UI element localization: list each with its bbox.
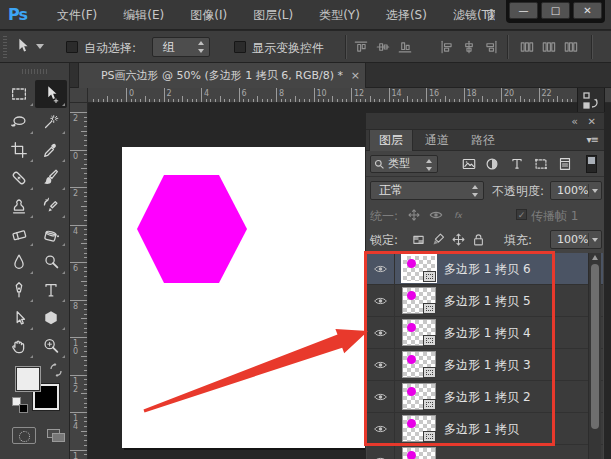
filter-kind-dropdown[interactable]: 类型 (370, 155, 438, 173)
default-colors-icon[interactable] (12, 397, 28, 413)
menu-item-select[interactable]: 选择(S) (373, 0, 440, 30)
menu-item-layer[interactable]: 图层(L) (240, 0, 306, 30)
filter-toggle-switch[interactable] (586, 155, 597, 173)
options-bar-grip[interactable] (3, 36, 7, 58)
unify-visibility-icon[interactable] (428, 207, 444, 223)
collapse-panel-icon[interactable]: « (571, 114, 578, 129)
document-close-icon[interactable]: × (351, 63, 360, 88)
menu-item-filter[interactable]: 滤镜(T) (440, 0, 507, 30)
layer-row[interactable]: 多边形 1 拷贝 2 (367, 381, 603, 413)
foreground-color-swatch[interactable] (15, 366, 41, 392)
layer-thumbnail[interactable] (402, 351, 436, 378)
menu-item-edit[interactable]: 编辑(E) (110, 0, 177, 30)
menu-item-image[interactable]: 图像(I) (177, 0, 240, 30)
tool-preset-caret-icon[interactable] (36, 44, 44, 49)
filter-shape-layers-icon[interactable] (532, 155, 550, 173)
hand-tool[interactable] (3, 332, 35, 360)
swap-colors-icon[interactable] (48, 362, 64, 378)
crop-tool[interactable] (3, 136, 35, 164)
auto-select-dropdown[interactable]: 组 (152, 37, 210, 57)
align-left-edges-icon[interactable] (438, 38, 456, 56)
close-panel-icon[interactable]: ✕ (588, 114, 596, 129)
unify-position-icon[interactable] (406, 207, 422, 223)
layer-row[interactable]: 多边形 1 拷贝 3 (367, 349, 603, 381)
layer-visibility-toggle[interactable] (367, 381, 395, 413)
layer-row[interactable]: 多边形 1 拷贝 4 (367, 317, 603, 349)
unify-style-icon[interactable]: fx (450, 207, 466, 223)
filter-type-layers-icon[interactable] (508, 155, 526, 173)
pen-tool[interactable] (3, 276, 35, 304)
scroll-up-icon[interactable] (592, 255, 598, 260)
align-bottom-edges-icon[interactable] (396, 38, 414, 56)
layer-thumbnail[interactable] (402, 415, 436, 442)
layer-thumbnail[interactable] (402, 447, 436, 459)
tab-paths[interactable]: 路径 (461, 130, 505, 151)
lasso-tool[interactable] (3, 108, 35, 136)
dodge-tool[interactable] (35, 248, 67, 276)
scrollbar-thumb[interactable] (591, 264, 599, 429)
tools-panel-grip[interactable] (22, 69, 48, 74)
panel-menu-icon[interactable]: ▾≡ (587, 134, 598, 145)
layer-thumbnail[interactable] (402, 319, 436, 346)
filter-adjustment-layers-icon[interactable] (483, 155, 501, 173)
align-right-edges-icon[interactable] (482, 38, 500, 56)
layer-list-scrollbar[interactable] (588, 253, 601, 459)
menu-item-type[interactable]: 类型(Y) (306, 0, 373, 30)
rectangular-marquee-tool[interactable] (3, 80, 35, 108)
lock-position-icon[interactable] (450, 231, 467, 248)
show-transform-checkbox[interactable] (234, 41, 246, 53)
magic-wand-tool[interactable] (35, 108, 67, 136)
eraser-tool[interactable] (3, 220, 35, 248)
auto-select-checkbox[interactable] (66, 41, 78, 53)
layer-thumbnail[interactable] (402, 287, 436, 314)
shape-tool[interactable] (35, 304, 67, 332)
layer-thumbnail[interactable] (402, 255, 436, 282)
layer-thumbnail[interactable] (402, 383, 436, 410)
spot-healing-brush-tool[interactable] (3, 164, 35, 192)
align-vertical-centers-icon[interactable] (374, 38, 392, 56)
layer-visibility-toggle[interactable] (367, 317, 395, 349)
layer-row[interactable] (367, 445, 603, 459)
canvas[interactable] (122, 147, 368, 448)
path-selection-tool[interactable] (3, 304, 35, 332)
history-brush-tool[interactable] (35, 192, 67, 220)
lock-all-icon[interactable] (470, 231, 487, 248)
brush-tool[interactable] (35, 164, 67, 192)
close-button[interactable]: ✕ (573, 2, 602, 19)
document-tab[interactable]: PS画六边形 @ 50% (多边形 1 拷贝 6, RGB/8) * × (78, 63, 366, 88)
layer-visibility-toggle[interactable] (367, 285, 395, 317)
maximize-button[interactable]: □ (541, 2, 570, 19)
paint-bucket-tool[interactable] (35, 220, 67, 248)
move-tool[interactable] (35, 80, 67, 108)
layer-row[interactable]: 多边形 1 拷贝 5 (367, 285, 603, 317)
menu-item-window-partial[interactable]: 窗 (486, 0, 495, 30)
quick-mask-button[interactable] (12, 427, 36, 444)
filter-smart-object-icon[interactable] (556, 155, 574, 173)
layer-visibility-toggle[interactable] (367, 413, 395, 445)
align-horizontal-centers-icon[interactable] (460, 38, 478, 56)
layer-visibility-toggle[interactable] (367, 253, 395, 285)
layer-row[interactable]: 多边形 1 拷贝 (367, 413, 603, 445)
filter-pixel-layers-icon[interactable] (460, 155, 478, 173)
menu-item-file[interactable]: 文件(F) (44, 0, 110, 30)
layer-visibility-toggle[interactable] (367, 445, 395, 459)
layer-row[interactable]: 多边形 1 拷贝 6 (367, 253, 603, 285)
type-tool[interactable] (35, 276, 67, 304)
clone-stamp-tool[interactable] (3, 192, 35, 220)
blend-mode-dropdown[interactable]: 正常 (370, 181, 484, 200)
distribute-bottom-edges-icon[interactable] (562, 38, 580, 56)
align-top-edges-icon[interactable] (352, 38, 370, 56)
layer-visibility-toggle[interactable] (367, 349, 395, 381)
opacity-input[interactable]: 100% (550, 181, 602, 200)
screen-mode-button[interactable] (44, 427, 70, 444)
lock-image-pixels-icon[interactable] (430, 231, 447, 248)
distribute-vertical-centers-icon[interactable] (540, 38, 558, 56)
eyedropper-tool[interactable] (35, 136, 67, 164)
blur-tool[interactable] (3, 248, 35, 276)
lock-transparent-pixels-icon[interactable] (410, 231, 427, 248)
zoom-tool[interactable] (35, 332, 67, 360)
tab-layers[interactable]: 图层 (369, 130, 413, 151)
tab-channels[interactable]: 通道 (415, 130, 459, 151)
propagate-frame-checkbox[interactable]: ✓ (516, 209, 527, 220)
minimize-button[interactable]: — (509, 2, 538, 19)
